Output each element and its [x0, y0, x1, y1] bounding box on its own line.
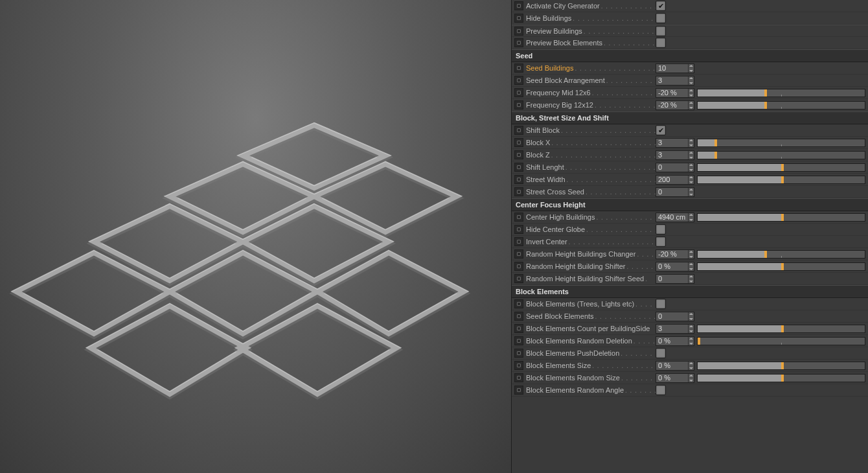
activate-city-generator-checkbox[interactable]: ✔ [656, 1, 666, 11]
block-z-input[interactable]: 3 [656, 150, 694, 160]
random-height-building-shifter-slider[interactable] [697, 262, 865, 271]
spinner-icon[interactable] [688, 64, 694, 73]
svg-marker-9 [240, 306, 396, 394]
seed-buildings-input[interactable]: 10 [656, 63, 694, 73]
anim-key-icon[interactable] [514, 126, 523, 135]
anim-key-icon[interactable] [514, 262, 523, 271]
anim-key-icon[interactable] [514, 213, 523, 222]
block-elements-trees-lights-checkbox[interactable] [656, 299, 666, 309]
center-high-buildings-slider[interactable] [697, 213, 865, 222]
label: Hide Center Globe [526, 225, 585, 233]
spinner-icon[interactable] [688, 89, 694, 97]
block-elements-count-input[interactable]: 3 [656, 324, 694, 334]
block-elements-random-size-slider[interactable] [697, 374, 865, 382]
street-width-slider[interactable] [697, 176, 865, 184]
anim-key-icon[interactable] [514, 249, 523, 259]
spinner-icon[interactable] [688, 76, 694, 85]
label: Block Elements Random Angle [526, 386, 624, 394]
row-preview-buildings: Preview Buildings. . . . . . . . . . . .… [512, 25, 868, 37]
anim-key-icon[interactable] [514, 312, 523, 321]
shift-lenght-input[interactable]: 0 [656, 163, 694, 172]
anim-key-icon[interactable] [514, 299, 523, 308]
label: Center High Buildings [526, 213, 595, 221]
spinner-icon[interactable] [688, 374, 694, 382]
spinner-icon[interactable] [688, 312, 694, 321]
center-high-buildings-input[interactable]: 4940 cm [656, 213, 694, 222]
random-height-buildings-changer-input[interactable]: -20 % [656, 249, 694, 259]
preview-buildings-checkbox[interactable] [656, 26, 666, 36]
spinner-icon[interactable] [688, 250, 694, 259]
spinner-icon[interactable] [688, 151, 694, 159]
invert-center-checkbox[interactable] [656, 236, 666, 247]
block-elements-random-size-input[interactable]: 0 % [656, 373, 694, 383]
street-width-input[interactable]: 200 [656, 175, 694, 185]
section-seed: Seed [512, 49, 868, 62]
block-elements-size-slider[interactable] [697, 362, 865, 370]
random-height-building-shifter-input[interactable]: 0 % [656, 262, 694, 271]
row-frequency-mid-12x6: Frequency Mid 12x6. . . . . . . . . . . … [512, 87, 868, 99]
preview-block-elements-checkbox[interactable] [656, 38, 666, 48]
spinner-icon[interactable] [688, 325, 694, 333]
shift-block-checkbox[interactable]: ✔ [656, 125, 666, 135]
row-block-z: Block Z. . . . . . . . . . . . . . . . .… [512, 149, 868, 161]
seed-block-arrangement-input[interactable]: 3 [656, 76, 694, 86]
block-elements-push-deletion-checkbox[interactable] [656, 348, 666, 358]
block-x-input[interactable]: 3 [656, 138, 694, 148]
spinner-icon[interactable] [688, 176, 694, 184]
block-z-slider[interactable] [697, 151, 865, 159]
anim-key-icon[interactable] [514, 27, 523, 36]
hide-center-globe-checkbox[interactable] [656, 224, 666, 235]
anim-key-icon[interactable] [514, 63, 523, 73]
section-center-focus: Center Focus Height [512, 198, 868, 211]
anim-key-icon[interactable] [514, 100, 523, 110]
label: Block Elements (Trees, Lights etc) [526, 300, 634, 308]
anim-key-icon[interactable] [514, 138, 523, 147]
spinner-icon[interactable] [688, 213, 694, 222]
anim-key-icon[interactable] [514, 324, 523, 333]
spinner-icon[interactable] [688, 163, 694, 172]
frequency-mid-input[interactable]: -20 % [656, 88, 694, 98]
anim-key-icon[interactable] [514, 163, 523, 172]
anim-key-icon[interactable] [514, 150, 523, 159]
spinner-icon[interactable] [688, 362, 694, 370]
viewport-3d[interactable] [0, 0, 511, 473]
anim-key-icon[interactable] [514, 373, 523, 382]
anim-key-icon[interactable] [514, 38, 523, 47]
anim-key-icon[interactable] [514, 76, 523, 85]
spinner-icon[interactable] [688, 337, 694, 345]
shift-lenght-slider[interactable] [697, 163, 865, 172]
anim-key-icon[interactable] [514, 175, 523, 184]
spinner-icon[interactable] [688, 275, 694, 283]
block-elements-count-slider[interactable] [697, 325, 865, 333]
spinner-icon[interactable] [688, 139, 694, 147]
anim-key-icon[interactable] [514, 336, 523, 345]
anim-key-icon[interactable] [514, 274, 523, 283]
anim-key-icon[interactable] [514, 1, 523, 10]
anim-key-icon[interactable] [514, 14, 523, 23]
block-elements-random-deletion-slider[interactable] [697, 337, 865, 345]
spinner-icon[interactable] [688, 188, 694, 196]
random-height-buildings-changer-slider[interactable] [697, 250, 865, 259]
seed-block-elements-input[interactable]: 0 [656, 312, 694, 321]
spinner-icon[interactable] [688, 101, 694, 110]
spinner-icon[interactable] [688, 262, 694, 271]
block-elements-size-input[interactable]: 0 % [656, 361, 694, 371]
anim-key-icon[interactable] [514, 349, 523, 358]
anim-key-icon[interactable] [514, 187, 523, 196]
block-elements-random-angle-checkbox[interactable] [656, 385, 666, 395]
street-cross-seed-input[interactable]: 0 [656, 187, 694, 197]
label: Random Height Building Shifter Seed [526, 275, 644, 283]
block-x-slider[interactable] [697, 139, 865, 147]
frequency-big-input[interactable]: -20 % [656, 100, 694, 110]
anim-key-icon[interactable] [514, 361, 523, 370]
anim-key-icon[interactable] [514, 237, 523, 246]
frequency-big-slider[interactable] [697, 101, 865, 110]
anim-key-icon[interactable] [514, 386, 523, 395]
anim-key-icon[interactable] [514, 88, 523, 97]
anim-key-icon[interactable] [514, 225, 523, 234]
frequency-mid-slider[interactable] [697, 89, 865, 97]
block-elements-random-deletion-input[interactable]: 0 % [656, 336, 694, 346]
row-street-cross-seed: Street Cross Seed. . . . . . . . . . . .… [512, 186, 868, 198]
random-height-building-shifter-seed-input[interactable]: 0 [656, 274, 694, 284]
hide-buildings-checkbox[interactable] [656, 13, 666, 23]
